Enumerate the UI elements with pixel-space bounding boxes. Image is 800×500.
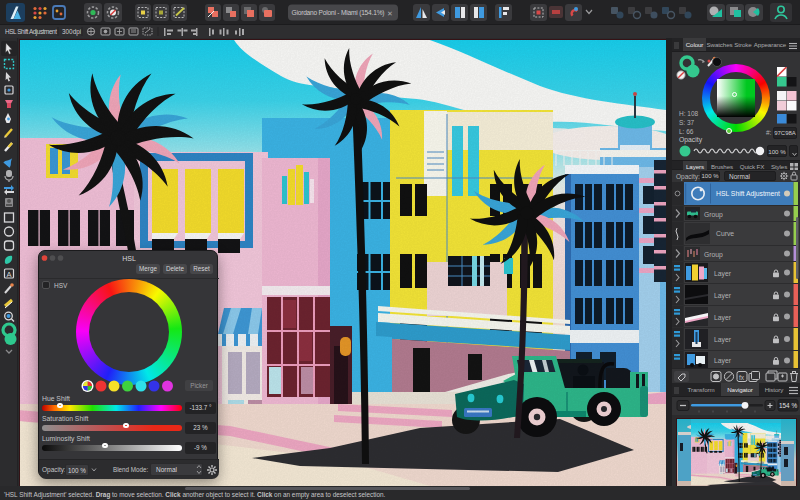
svg-text:Group: Group [704, 251, 723, 259]
svg-text:Layer: Layer [714, 357, 732, 365]
svg-text:fx: fx [739, 374, 745, 381]
svg-text:300dpi: 300dpi [62, 28, 81, 36]
svg-text:Layer: Layer [714, 292, 732, 300]
svg-text:Layer: Layer [714, 336, 732, 344]
svg-text:HSL Shift Adjustment: HSL Shift Adjustment [716, 190, 780, 198]
svg-text:Layer: Layer [714, 314, 732, 322]
svg-text:Curve: Curve [716, 230, 734, 237]
svg-text:154 %: 154 % [779, 402, 797, 409]
svg-text:✕: ✕ [387, 10, 393, 17]
svg-text:A: A [6, 270, 11, 279]
svg-text:Giordano Poloni - Miami (154.1: Giordano Poloni - Miami (154.1%) [292, 9, 385, 17]
svg-text:Layer: Layer [714, 270, 732, 278]
svg-text:Group: Group [704, 211, 723, 219]
svg-text:HSL Shift Adjustment: HSL Shift Adjustment [5, 28, 57, 36]
svg-text:HSL: HSL [122, 255, 136, 262]
